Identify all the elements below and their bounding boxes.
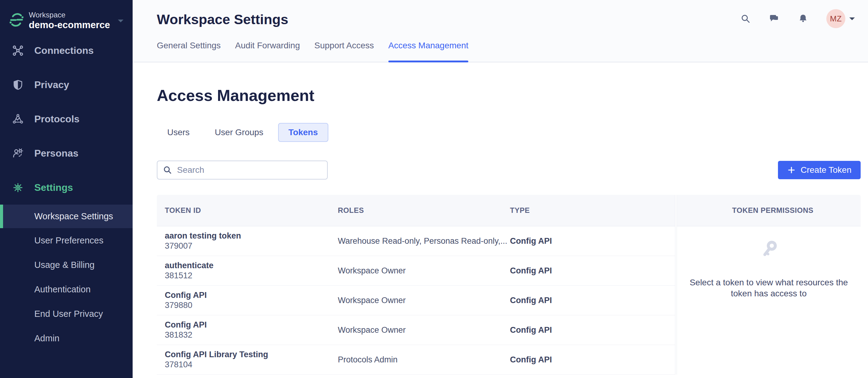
access-management-section: Access Management Users User Groups Toke… <box>133 62 868 378</box>
token-id: 378104 <box>165 359 338 370</box>
column-header-roles: ROLES <box>338 206 510 215</box>
token-type: Config API <box>510 325 675 335</box>
token-name: aaron testing token <box>165 231 338 241</box>
token-name: authenticate <box>165 261 338 271</box>
connections-icon <box>12 45 24 56</box>
workspace-name: demo-ecommerce <box>29 20 117 31</box>
page-header: Workspace Settings General Settings Audi… <box>133 0 868 62</box>
gear-icon <box>12 182 24 193</box>
subnav-item-admin[interactable]: Admin <box>0 326 133 350</box>
tab-tokens[interactable]: Tokens <box>278 123 328 142</box>
subnav-label: Usage & Billing <box>34 260 95 270</box>
table-row[interactable]: aaron testing token 379007 Warehouse Rea… <box>157 226 675 256</box>
token-type: Config API <box>510 236 675 246</box>
token-permissions-panel: TOKEN PERMISSIONS Select a token to view… <box>677 195 861 375</box>
main-area: Workspace Settings General Settings Audi… <box>133 0 868 378</box>
token-id: 379880 <box>165 300 338 310</box>
page-title: Workspace Settings <box>157 12 288 28</box>
settings-tabs: General Settings Audit Forwarding Suppor… <box>157 41 468 62</box>
bell-icon[interactable] <box>798 13 809 24</box>
access-management-tabs: Users User Groups Tokens <box>157 123 861 142</box>
subnav-item-end-user-privacy[interactable]: End User Privacy <box>0 302 133 326</box>
token-type: Config API <box>510 355 675 365</box>
sidebar-item-label: Personas <box>34 148 79 159</box>
subnav-item-user-preferences[interactable]: User Preferences <box>0 228 133 252</box>
tab-users[interactable]: Users <box>157 123 200 142</box>
token-roles: Workspace Owner <box>338 266 510 276</box>
user-menu[interactable]: MZ <box>826 9 856 28</box>
table-row[interactable]: Config API 379880 Workspace Owner Config… <box>157 286 675 315</box>
column-header-type: TYPE <box>510 206 675 215</box>
table-row[interactable]: Config API 381832 Workspace Owner Config… <box>157 315 675 345</box>
token-id: 381512 <box>165 271 338 281</box>
token-roles: Workspace Owner <box>338 296 510 305</box>
token-id-cell: Config API 379880 <box>157 290 338 310</box>
sidebar: Workspace demo-ecommerce Connections <box>0 0 133 378</box>
tab-access-management[interactable]: Access Management <box>389 41 468 62</box>
sidebar-item-connections[interactable]: Connections <box>0 33 133 68</box>
token-id-cell: Config API 381832 <box>157 320 338 340</box>
settings-subnav: Workspace Settings User Preferences Usag… <box>0 205 133 350</box>
search-input[interactable] <box>157 161 328 179</box>
token-type: Config API <box>510 296 675 305</box>
sidebar-nav: Connections Privacy Protocols <box>0 33 133 205</box>
search-icon[interactable] <box>740 13 751 24</box>
token-name: Config API <box>165 320 338 330</box>
avatar[interactable]: MZ <box>826 9 845 28</box>
token-id: 379007 <box>165 241 338 251</box>
subnav-item-usage-billing[interactable]: Usage & Billing <box>0 252 133 277</box>
token-name: Config API <box>165 290 338 300</box>
sidebar-item-label: Connections <box>34 45 94 56</box>
tab-audit-forwarding[interactable]: Audit Forwarding <box>235 41 300 62</box>
search-box <box>157 161 328 179</box>
shield-icon <box>12 79 24 91</box>
empty-state-text: Select a token to view what resources th… <box>677 277 861 299</box>
tab-user-groups[interactable]: User Groups <box>204 123 274 142</box>
sidebar-item-personas[interactable]: Personas <box>0 136 133 170</box>
subnav-label: Authentication <box>34 284 91 295</box>
tokens-layout: TOKEN ID ROLES TYPE aaron testing token … <box>157 195 861 375</box>
section-heading: Access Management <box>157 88 861 103</box>
token-id-cell: authenticate 381512 <box>157 261 338 281</box>
tab-general-settings[interactable]: General Settings <box>157 41 221 62</box>
subnav-label: Admin <box>34 333 59 343</box>
sidebar-item-label: Privacy <box>34 79 69 91</box>
token-roles: Protocols Admin <box>338 355 510 365</box>
table-header-row: TOKEN ID ROLES TYPE <box>157 195 675 226</box>
tokens-toolbar: Create Token <box>157 161 861 179</box>
sidebar-item-settings[interactable]: Settings <box>0 170 133 205</box>
subnav-label: User Preferences <box>34 236 103 246</box>
subnav-label: End User Privacy <box>34 309 103 319</box>
subnav-item-workspace-settings[interactable]: Workspace Settings <box>0 205 133 228</box>
sidebar-item-label: Settings <box>34 182 73 193</box>
personas-icon <box>12 148 24 159</box>
protocols-icon <box>12 113 24 125</box>
subnav-label: Workspace Settings <box>34 211 113 221</box>
subnav-item-authentication[interactable]: Authentication <box>0 277 133 302</box>
token-type: Config API <box>510 266 675 276</box>
create-token-button[interactable]: Create Token <box>778 161 861 179</box>
sidebar-item-protocols[interactable]: Protocols <box>0 102 133 136</box>
token-roles: Workspace Owner <box>338 325 510 335</box>
token-id-cell: aaron testing token 379007 <box>157 231 338 251</box>
chevron-down-icon <box>117 18 125 25</box>
token-name: Config API Library Testing <box>165 350 338 359</box>
panel-title: TOKEN PERMISSIONS <box>724 206 813 215</box>
token-id: 381832 <box>165 330 338 340</box>
token-roles: Warehouse Read-only, Personas Read-only,… <box>338 236 510 246</box>
column-header-token-id: TOKEN ID <box>157 206 338 215</box>
tab-support-access[interactable]: Support Access <box>314 41 374 62</box>
table-row[interactable]: Config API Library Testing 378104 Protoc… <box>157 345 675 375</box>
chat-icon[interactable] <box>769 13 780 24</box>
key-icon <box>677 238 861 263</box>
create-token-label: Create Token <box>801 165 851 175</box>
sidebar-item-privacy[interactable]: Privacy <box>0 68 133 102</box>
workspace-label: Workspace <box>29 10 117 20</box>
workspace-switcher[interactable]: Workspace demo-ecommerce <box>0 0 133 32</box>
panel-header: TOKEN PERMISSIONS <box>677 195 861 226</box>
panel-empty-state: Select a token to view what resources th… <box>677 238 861 299</box>
table-row[interactable]: authenticate 381512 Workspace Owner Conf… <box>157 256 675 286</box>
header-actions: MZ <box>740 9 856 28</box>
plus-icon <box>787 166 796 174</box>
sidebar-item-label: Protocols <box>34 113 80 125</box>
